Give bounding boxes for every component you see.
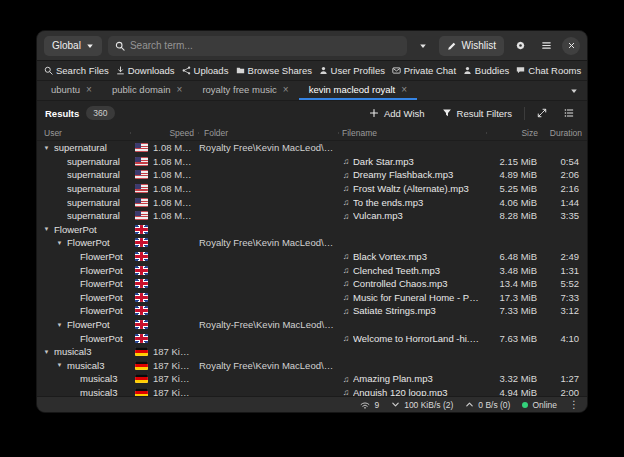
tab-search-files[interactable]: Search Files — [40, 61, 112, 80]
result-row[interactable]: supernatural1.08 MiB/s♫To the ends.mp34.… — [37, 195, 587, 209]
wishlist-button[interactable]: Wishlist — [439, 36, 504, 56]
result-filters-button[interactable]: Result Filters — [437, 106, 517, 121]
search-tab-ubuntu[interactable]: ubuntu× — [41, 81, 102, 100]
column-header-user[interactable]: User — [37, 128, 131, 138]
search-tab-public-domain[interactable]: public domain× — [102, 81, 192, 100]
tab-user-profiles[interactable]: User Profiles — [315, 61, 388, 80]
size-cell: 2.15 MiB — [487, 156, 543, 167]
connections-count: 9 — [374, 400, 379, 410]
tab-chat-rooms[interactable]: Chat Rooms — [512, 61, 584, 80]
grouping-mode-button[interactable] — [532, 103, 552, 123]
connection-status[interactable]: Online — [522, 400, 557, 410]
flag-gb-icon — [135, 293, 148, 302]
size-cell: 7.33 MiB — [487, 305, 543, 316]
column-header-speed[interactable]: Speed — [153, 128, 199, 138]
window-close-button[interactable] — [562, 37, 580, 55]
result-row[interactable]: supernatural1.08 MiB/s♫Vulcan.mp38.28 Mi… — [37, 209, 587, 223]
tab-browse-shares[interactable]: Browse Shares — [232, 61, 315, 80]
search-mode-dropdown-button[interactable] — [413, 36, 433, 56]
preferences-button[interactable] — [510, 36, 530, 56]
result-row[interactable]: ▼supernatural1.08 MiB/sRoyalty Free\Kevi… — [37, 141, 587, 155]
result-row[interactable]: supernatural1.08 MiB/s♫Dreamy Flashback.… — [37, 168, 587, 182]
result-row[interactable]: supernatural1.08 MiB/s♫Frost Waltz (Alte… — [37, 182, 587, 196]
column-header-duration[interactable]: Duration — [543, 128, 587, 138]
share-icon — [182, 66, 191, 75]
expander-icon[interactable]: ▼ — [55, 240, 64, 246]
search-tab-royalty-free-music[interactable]: royalty free music× — [192, 81, 298, 100]
result-row[interactable]: supernatural1.08 MiB/s♫Dark Star.mp32.15… — [37, 155, 587, 169]
toolbar-separator — [524, 107, 525, 120]
search-tab-kevin-macleod-royalt[interactable]: kevin macleod royalt× — [299, 81, 417, 100]
flag-us-icon — [135, 211, 148, 220]
expand-icon — [537, 108, 547, 118]
result-row[interactable]: FlowerPot♫Controlled Chaos.mp313.4 MiB5:… — [37, 277, 587, 291]
result-row[interactable]: ▼musical3187 KiB/s — [37, 345, 587, 359]
expander-icon[interactable]: ▼ — [55, 322, 64, 328]
search-tab-label: royalty free music — [202, 84, 276, 95]
tab-downloads[interactable]: Downloads — [112, 61, 178, 80]
statusbar-menu-button[interactable]: ⋮ — [569, 400, 579, 410]
duration-cell: 2:06 — [543, 169, 587, 180]
search-scope-button[interactable]: Global — [44, 36, 102, 56]
connections-status[interactable]: 9 — [360, 400, 379, 410]
result-row[interactable]: ▼FlowerPot — [37, 223, 587, 237]
flag-gb-icon — [135, 334, 148, 343]
user-cell: FlowerPot — [37, 265, 131, 276]
flag-de-icon — [135, 388, 148, 396]
country-cell — [131, 320, 153, 329]
folder-icon — [236, 66, 245, 75]
size-cell: 6.48 MiB — [487, 251, 543, 262]
chevron-down-icon — [391, 400, 400, 409]
download-rate-status[interactable]: 100 KiB/s (2) — [391, 400, 453, 410]
search-tab-label: ubuntu — [51, 84, 80, 95]
add-wish-button[interactable]: Add Wish — [364, 106, 430, 121]
result-row[interactable]: FlowerPot♫Satiate Strings.mp37.33 MiB3:1… — [37, 304, 587, 318]
column-header-filename[interactable]: Filename — [339, 128, 487, 138]
expander-icon[interactable]: ▼ — [42, 226, 51, 232]
tab-private-chat[interactable]: Private Chat — [388, 61, 459, 80]
tab-close-icon[interactable]: × — [86, 85, 92, 95]
add-wish-label: Add Wish — [384, 108, 425, 119]
tab-label: Browse Shares — [248, 65, 312, 76]
search-input[interactable] — [130, 40, 400, 51]
user-cell: musical3 — [37, 373, 131, 384]
chevron-down-icon — [419, 42, 427, 50]
upload-rate-status[interactable]: 0 B/s (0) — [465, 400, 510, 410]
tab-buddies[interactable]: Buddies — [459, 61, 513, 80]
expander-icon[interactable]: ▼ — [55, 362, 64, 368]
flag-de-icon — [135, 347, 148, 356]
result-row[interactable]: musical3187 KiB/s♫Amazing Plan.mp33.32 M… — [37, 372, 587, 386]
tab-close-icon[interactable]: × — [283, 85, 289, 95]
view-list-button[interactable] — [559, 103, 579, 123]
country-cell — [131, 388, 153, 396]
result-row[interactable]: FlowerPot♫Music for Funeral Home - Part … — [37, 291, 587, 305]
result-row[interactable]: FlowerPot♫Clenched Teeth.mp33.48 MiB1:31 — [37, 263, 587, 277]
user-cell: supernatural — [37, 197, 131, 208]
result-row[interactable]: FlowerPot♫Black Vortex.mp36.48 MiB2:49 — [37, 250, 587, 264]
tab-overflow-button[interactable] — [561, 81, 587, 100]
result-row[interactable]: ▼FlowerPotRoyalty Free\Kevin MacLeod\Mus… — [37, 236, 587, 250]
search-tab-label: kevin macleod royalt — [309, 84, 396, 95]
expander-icon[interactable]: ▼ — [42, 145, 51, 151]
speed-cell: 187 KiB/s — [153, 360, 199, 371]
main-menu-button[interactable] — [536, 36, 556, 56]
size-cell: 17.3 MiB — [487, 292, 543, 303]
tab-uploads[interactable]: Uploads — [178, 61, 232, 80]
size-cell: 13.4 MiB — [487, 278, 543, 289]
chevron-down-icon — [86, 42, 94, 50]
expander-icon[interactable]: ▼ — [42, 349, 51, 355]
column-header-size[interactable]: Size — [487, 128, 543, 138]
duration-cell: 1:27 — [543, 373, 587, 384]
result-row[interactable]: musical3187 KiB/s♫Anguish 120 loop.mp34.… — [37, 386, 587, 396]
tab-close-icon[interactable]: × — [401, 85, 407, 95]
user-cell: supernatural — [37, 210, 131, 221]
tab-close-icon[interactable]: × — [177, 85, 183, 95]
tab-label: Chat Rooms — [528, 65, 581, 76]
column-header-folder[interactable]: Folder — [199, 128, 339, 138]
flag-gb-icon — [135, 266, 148, 275]
wifi-icon — [360, 400, 370, 410]
result-row[interactable]: ▼FlowerPotRoyalty-Free\Kevin MacLeod\Mus… — [37, 318, 587, 332]
flag-gb-icon — [135, 252, 148, 261]
result-row[interactable]: ▼musical3187 KiB/sRoyalty Free\Kevin Mac… — [37, 359, 587, 373]
result-row[interactable]: FlowerPot♫Welcome to HorrorLand -hi.mp37… — [37, 331, 587, 345]
